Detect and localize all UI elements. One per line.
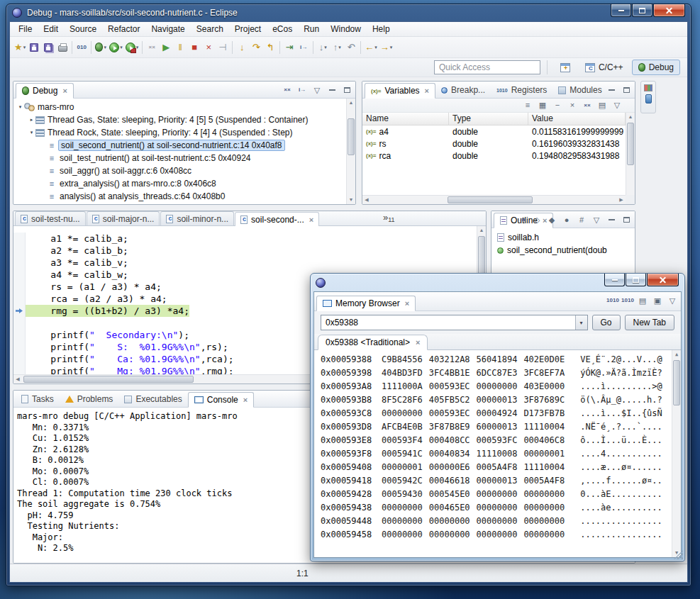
scroll-down-icon[interactable]: ▼ <box>347 196 355 204</box>
last-edit-location-icon[interactable]: ↶ <box>344 40 358 55</box>
variable-row[interactable]: (x)=rcadouble0.19480829583431988 <box>362 150 626 162</box>
close-tab-icon[interactable]: × <box>309 215 313 224</box>
close-button[interactable] <box>647 274 679 286</box>
menu-refactor[interactable]: Refactor <box>102 22 145 36</box>
memory-row[interactable]: 0x00059398404BD3FD3FC4BB1E6DCC87E33FC8EF… <box>321 366 681 380</box>
suspend-icon[interactable]: ‖ <box>173 40 187 55</box>
minimize-view-icon[interactable] <box>605 214 618 225</box>
maximize-button[interactable] <box>632 4 652 17</box>
collapse-all-icon[interactable]: − <box>551 100 564 111</box>
scrollbar-thumb[interactable] <box>23 376 194 383</box>
scrollbar-thumb[interactable] <box>348 118 355 155</box>
outline-item[interactable]: soillab.h <box>491 231 635 244</box>
scroll-right-icon[interactable]: ▶ <box>617 196 626 204</box>
memory-dump-table[interactable]: 0x00059388C9B84556403212A856041894402E0D… <box>314 350 681 557</box>
sort-icon[interactable]: ↓a <box>516 214 528 225</box>
scroll-up-icon[interactable]: ▲ <box>477 226 486 235</box>
close-tab-icon[interactable]: × <box>405 299 409 308</box>
memory-row[interactable]: 0x000593E8000593F4000408CC000593FC000406… <box>321 434 681 447</box>
save-all-icon[interactable] <box>41 40 55 55</box>
close-tab-icon[interactable]: × <box>243 396 248 404</box>
editor-tab-soil-test-nu[interactable]: soil-test-nu... <box>15 211 86 225</box>
column-header-name[interactable]: Name <box>362 113 449 125</box>
go-button[interactable]: Go <box>592 315 621 330</box>
new-wizard-icon[interactable]: ★▾ <box>13 40 27 55</box>
print-icon[interactable] <box>55 40 70 55</box>
tab-modules[interactable]: Modules <box>552 82 607 98</box>
memory-row[interactable]: 0x000593D8AFCB4E0B3F87B8E960000013111100… <box>321 420 681 434</box>
menu-source[interactable]: Source <box>64 22 102 36</box>
view-menu-icon[interactable]: ▽ <box>666 295 679 306</box>
tree-expander-icon[interactable]: ▾ <box>28 130 35 135</box>
resume-icon[interactable]: ▶ <box>159 40 173 55</box>
step-into-icon[interactable]: ↓ <box>235 40 249 55</box>
instruction-stepping-icon[interactable]: i→ <box>296 40 311 55</box>
scroll-up-icon[interactable]: ▲ <box>672 350 681 359</box>
split-memory-view-icon[interactable]: ▣ <box>651 295 664 306</box>
instruction-stepping-mode-icon[interactable]: i→ <box>296 84 309 96</box>
open-perspective-button[interactable] <box>554 60 577 75</box>
variable-row[interactable]: (x)=a4double0.011583161999999999 <box>362 125 626 138</box>
editor-tab-soil-minor-n[interactable]: soil-minor-n... <box>160 211 234 225</box>
debug-tree-item[interactable]: ≡soil_aggr() at soil-aggr.c:6 0x408cc <box>13 164 346 177</box>
editor-tab-overflow[interactable]: » 11 <box>383 213 395 225</box>
memory-row[interactable]: 0x000594180005942C00046618000000130005A4… <box>321 474 681 488</box>
show-type-names-icon[interactable]: ≡ <box>521 100 534 111</box>
debug-tree-item[interactable]: ▾Thread Rock, State: sleeping, Priority:… <box>13 126 346 139</box>
maximize-view-icon[interactable] <box>620 214 633 225</box>
endianness-be-icon[interactable]: 1010 <box>621 295 634 306</box>
prev-annotation-icon[interactable]: ↑▾ <box>330 40 344 55</box>
terminate-icon[interactable]: ■ <box>187 40 201 55</box>
memory-row[interactable]: 0x0005940800000001000000E60005A4F8111100… <box>321 461 681 474</box>
scrollbar-thumb[interactable] <box>627 123 634 165</box>
memory-window-titlebar[interactable] <box>311 274 684 291</box>
terminate-all-icon[interactable]: × <box>201 40 216 55</box>
next-annotation-icon[interactable]: ↓▾ <box>316 40 330 55</box>
memory-row[interactable]: 0x000593C800000000000593EC00004924D173FB… <box>321 407 681 420</box>
minimize-view-icon[interactable] <box>605 84 618 96</box>
debug-tree-item[interactable]: ≡soil_second_nutrient() at soil-second-n… <box>13 139 346 152</box>
column-header-type[interactable]: Type <box>449 113 528 125</box>
back-icon[interactable]: ←▾ <box>363 40 379 55</box>
variables-horizontal-scrollbar[interactable]: ◀ ▶ <box>362 195 626 204</box>
quick-access-input[interactable] <box>434 60 540 74</box>
minimize-view-icon[interactable] <box>326 84 338 96</box>
tree-expander-icon[interactable]: ▾ <box>16 104 24 110</box>
memory-row[interactable]: 0x00059448000000000000000000000000000000… <box>321 515 681 528</box>
hide-fields-icon[interactable]: ◇ <box>530 214 543 225</box>
titlebar[interactable]: Debug - mars-soillab/src/soil-second-nut… <box>6 4 691 21</box>
new-tab-button[interactable]: New Tab <box>625 315 674 330</box>
memory-vertical-scrollbar[interactable]: ▲ ▼ <box>672 350 681 557</box>
variable-row[interactable]: (x)=rsdouble0.16196039332831438 <box>362 138 626 150</box>
scroll-up-icon[interactable]: ▲ <box>626 113 635 121</box>
tab-memory-browser[interactable]: Memory Browser × <box>316 296 416 311</box>
maximize-button[interactable] <box>626 274 646 286</box>
remove-all-terminated-icon[interactable]: ×× <box>281 84 294 96</box>
debug-tree-item[interactable]: ≡analysis() at analysis_threads.c:64 0x4… <box>13 190 346 203</box>
menu-search[interactable]: Search <box>191 22 229 36</box>
memory-row[interactable]: 0x00059458000000000000000000000000000000… <box>321 528 681 542</box>
scroll-up-icon[interactable]: ▲ <box>347 99 355 107</box>
memory-row[interactable]: 0x000593A81111000A000593EC00000000403E00… <box>321 380 681 393</box>
menu-file[interactable]: File <box>13 22 38 36</box>
minimize-button[interactable] <box>611 4 631 17</box>
forward-icon[interactable]: →▾ <box>379 40 394 55</box>
editor-tab-soil-second[interactable]: soil-second-...× <box>235 212 319 226</box>
debug-perspective-button[interactable]: Debug <box>632 60 680 75</box>
tab-console[interactable]: Console× <box>188 392 254 408</box>
external-tools-icon[interactable]: ▾ <box>124 40 140 55</box>
menu-ecos[interactable]: eCos <box>267 22 298 36</box>
hide-macros-icon[interactable]: # <box>575 214 588 225</box>
close-tab-icon[interactable]: × <box>62 86 67 95</box>
menu-edit[interactable]: Edit <box>38 22 64 36</box>
tree-expander-icon[interactable]: ▸ <box>28 117 35 123</box>
new-view-icon[interactable]: ▤ <box>596 100 609 111</box>
endianness-le-icon[interactable]: 1010 <box>606 295 619 306</box>
outline-item[interactable]: soil_second_nutrient(doub <box>491 244 635 257</box>
editor-tab-soil-major-n[interactable]: soil-major-n... <box>87 211 160 225</box>
cpp-perspective-button[interactable]: C/C++ <box>579 60 630 75</box>
tab-debug[interactable]: Debug × <box>16 83 74 99</box>
tab-variables[interactable]: (x)=Variables× <box>365 83 435 99</box>
memory-row[interactable]: 0x000593F80005941C0004083411110008000000… <box>321 447 681 461</box>
save-icon[interactable] <box>27 40 41 55</box>
